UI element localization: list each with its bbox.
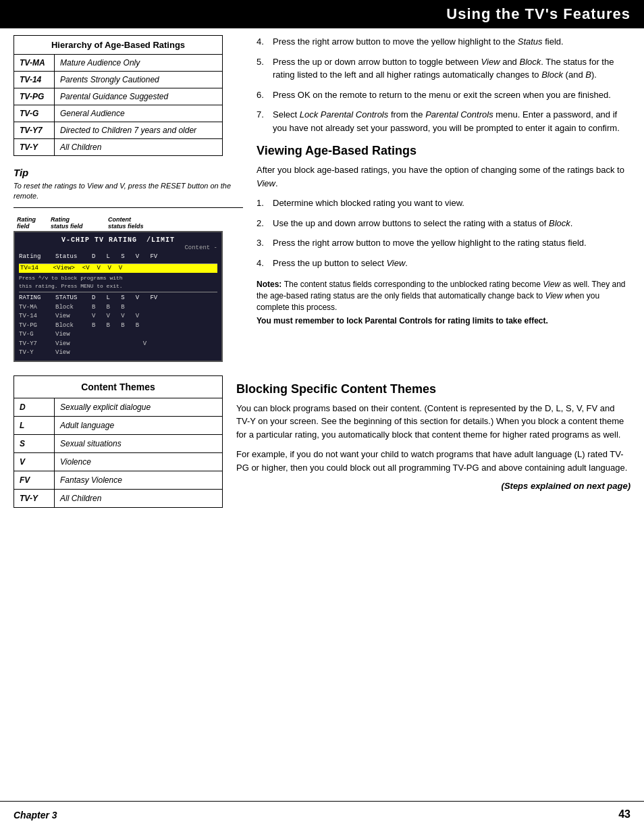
field-label-status: Ratingstatus field	[51, 216, 108, 230]
theme-desc: Sexually explicit dialogue	[55, 398, 222, 416]
table-row: D Sexually explicit dialogue	[14, 398, 222, 417]
screen-info2: this rating. Press MENU to exit.	[19, 282, 217, 290]
viewing-heading: Viewing Age-Based Ratings	[257, 144, 630, 158]
step-number: 2.	[257, 217, 267, 230]
theme-code: D	[14, 398, 55, 416]
step-number: 3.	[257, 236, 267, 250]
rating-desc: Directed to Children 7 years and older	[55, 122, 222, 138]
theme-desc: Violence	[55, 453, 222, 471]
step-text: Press the right arrow button to move the…	[273, 35, 630, 49]
step-number: 6.	[257, 88, 267, 102]
tip-divider	[14, 207, 243, 208]
rating-desc: General Audience	[55, 105, 222, 122]
list-item: 7. Select Lock Parental Controls from th…	[257, 108, 630, 134]
table-row: FV Fantasy Violence	[14, 471, 222, 490]
rating-code: TV-Y	[14, 139, 55, 155]
table-row: TV-Y All Children	[14, 490, 222, 507]
step-number: 4.	[257, 257, 267, 270]
rating-code: TV-G	[14, 105, 55, 122]
tv-screen: V-CHIP TV RATING /LIMIT Content - Rating…	[14, 231, 223, 362]
footer-chapter: Chapter 3	[14, 810, 57, 820]
list-item: 3. Press the right arrow button to move …	[257, 236, 630, 250]
left-column: Hierarchy of Age-Based Ratings TV-MA Mat…	[14, 35, 243, 362]
rating-desc: Mature Audience Only	[55, 55, 222, 71]
content-themes-section: Content Themes D Sexually explicit dialo…	[0, 369, 644, 515]
screen-info: Press ^/v to block programs with	[19, 274, 217, 282]
screen-header: Rating Status D L S V FV	[19, 253, 217, 264]
screen-data-header: RATING STATUS D L S V FV	[19, 292, 217, 303]
viewing-intro: After you block age-based ratings, you h…	[257, 163, 630, 190]
theme-code: S	[14, 435, 55, 452]
step-number: 5.	[257, 55, 267, 82]
age-ratings-table: Hierarchy of Age-Based Ratings TV-MA Mat…	[14, 35, 223, 156]
screen-field-labels: Ratingfield Ratingstatus field Contentst…	[14, 216, 243, 230]
table-row: TV-Y7 Directed to Children 7 years and o…	[14, 122, 222, 139]
theme-code: FV	[14, 471, 55, 489]
theme-code: L	[14, 417, 55, 434]
table-row: TV-G General Audience	[14, 105, 222, 122]
field-label-rating: Ratingfield	[14, 216, 51, 230]
screen-data-row: TV-Y7 View V	[19, 340, 217, 349]
screen-highlight-row: TV=14 <View> <V V V V	[19, 264, 217, 273]
list-item: 4. Press the up button to select View.	[257, 257, 630, 270]
rating-code: TV-PG	[14, 88, 55, 105]
initial-steps: 4. Press the right arrow button to move …	[257, 35, 630, 134]
blocking-heading: Blocking Specific Content Themes	[236, 382, 630, 396]
table-row: TV-PG Parental Guidance Suggested	[14, 88, 222, 105]
screen-data-row: TV-MA Block B B B	[19, 303, 217, 313]
theme-desc: Adult language	[55, 417, 222, 434]
notes-box: Notes: The content status fields corresp…	[257, 279, 630, 327]
list-item: 4. Press the right arrow button to move …	[257, 35, 630, 49]
table-row: S Sexual situations	[14, 435, 222, 453]
step-number: 4.	[257, 35, 267, 49]
blocking-section: Blocking Specific Content Themes You can…	[236, 375, 630, 508]
tip-section: Tip To reset the ratings to View and V, …	[14, 167, 243, 208]
rating-desc: Parental Guidance Suggested	[55, 88, 222, 105]
step-text: Press the up button to select View.	[273, 257, 630, 270]
step-text: Use the up and down arrow buttons to sel…	[273, 217, 630, 230]
age-ratings-title: Hierarchy of Age-Based Ratings	[14, 36, 222, 55]
rating-code: TV-Y7	[14, 122, 55, 138]
theme-code: V	[14, 453, 55, 471]
step-text: Press OK on the remote to return to the …	[273, 88, 630, 102]
note-text-bold: You must remember to lock Parental Contr…	[257, 315, 630, 327]
rating-desc: All Children	[55, 139, 222, 155]
theme-desc: Fantasy Violence	[55, 471, 222, 489]
table-row: V Violence	[14, 453, 222, 471]
theme-desc: All Children	[55, 490, 222, 507]
viewing-steps: 1. Determine which blocked rating you wa…	[257, 197, 630, 269]
screen-data-row: TV-14 View V V V V	[19, 312, 217, 321]
footer-page: 43	[618, 808, 630, 820]
right-column: 4. Press the right arrow button to move …	[257, 35, 630, 362]
content-themes-table: Content Themes D Sexually explicit dialo…	[14, 375, 223, 508]
tip-title: Tip	[14, 167, 243, 178]
tip-text: To reset the ratings to View and V, pres…	[14, 181, 243, 202]
screen-data-row: TV-Y View	[19, 348, 217, 358]
rating-code: TV-14	[14, 72, 55, 88]
list-item: 5. Press the up or down arrow button to …	[257, 55, 630, 82]
rating-desc: Parents Strongly Cautioned	[55, 72, 222, 88]
notes-label: Notes:	[257, 280, 284, 289]
table-row: TV-Y All Children	[14, 139, 222, 155]
step-text: Determine which blocked rating you want …	[273, 197, 630, 210]
table-row: TV-MA Mature Audience Only	[14, 55, 222, 72]
steps-note: (Steps explained on next page)	[236, 481, 630, 491]
step-text: Press the up or down arrow button to tog…	[273, 55, 630, 82]
list-item: 6. Press OK on the remote to return to t…	[257, 88, 630, 102]
rating-code: TV-MA	[14, 55, 55, 71]
table-row: L Adult language	[14, 417, 222, 435]
note-text: Notes: The content status fields corresp…	[257, 279, 630, 313]
page-header: Using the TV's Features	[0, 0, 644, 28]
table-row: TV-14 Parents Strongly Cautioned	[14, 72, 222, 88]
step-number: 7.	[257, 108, 267, 134]
blocking-para1: You can block programs based on their co…	[236, 402, 630, 442]
viewing-section: Viewing Age-Based Ratings After you bloc…	[257, 144, 630, 327]
list-item: 1. Determine which blocked rating you wa…	[257, 197, 630, 210]
screen-data-row: TV-PG Block B B B B	[19, 321, 217, 331]
screen-data-row: TV-G View	[19, 330, 217, 340]
list-item: 2. Use the up and down arrow buttons to …	[257, 217, 630, 230]
screen-diagram: Ratingfield Ratingstatus field Contentst…	[14, 216, 243, 362]
theme-code: TV-Y	[14, 490, 55, 507]
step-number: 1.	[257, 197, 267, 210]
theme-desc: Sexual situations	[55, 435, 222, 452]
